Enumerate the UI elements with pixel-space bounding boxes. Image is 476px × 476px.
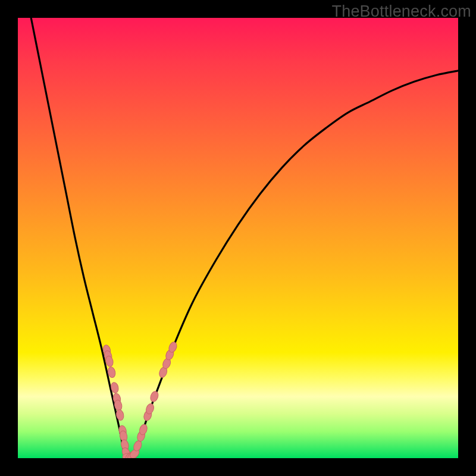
curve-layer — [18, 18, 458, 458]
chart-frame: TheBottleneck.com — [0, 0, 476, 476]
bottleneck-curve — [31, 18, 458, 458]
curve-markers — [102, 341, 178, 458]
curve-marker — [149, 390, 159, 403]
watermark-text: TheBottleneck.com — [331, 2, 471, 21]
plot-area — [18, 18, 458, 458]
